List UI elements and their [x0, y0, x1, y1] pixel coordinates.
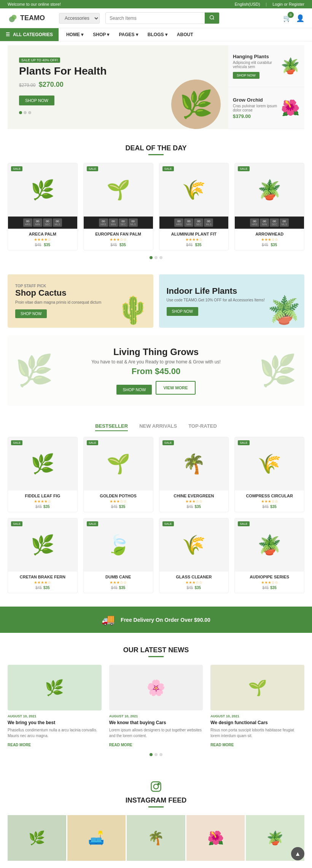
news-card-2-read-more[interactable]: READ MORE — [109, 743, 132, 747]
deal-product-3-stars: ★★★★☆ — [162, 237, 226, 242]
bs-product-2-img: SALE 🌱 — [84, 437, 153, 491]
deal-product-2-name: EUROPEAN FAN PALM — [87, 232, 150, 236]
instagram-item-3[interactable]: 🌴 — [127, 815, 185, 861]
svg-line-3 — [213, 19, 214, 20]
bs-product-1-info: FIDDLE LEAF FIG ★★★★☆ $45$35 — [8, 491, 77, 512]
hero-side: Hanging Plants Adipiscing elit curabitur… — [228, 45, 304, 129]
sale-badge-2: SALE — [87, 166, 98, 171]
logo-icon — [8, 13, 18, 24]
tab-new-arrivals[interactable]: NEW ARRIVALS — [139, 423, 177, 431]
deal-dot-1[interactable] — [150, 256, 153, 259]
bs-product-4: SALE 🌾 COMPRESS CIRCULAR ★★★☆☆ $45$35 — [234, 437, 304, 512]
hero-dot-3[interactable] — [28, 111, 31, 114]
logo-text: TEAMO — [20, 14, 45, 22]
news-card-2-desc: Lorem ipsum allows designers to put toge… — [109, 727, 203, 739]
deal-product-4: SALE 🪴 00HRS 00MIN 00SEC 00MLS ARROWHEAD… — [234, 163, 304, 250]
full-banner-price-value: $45.00 — [155, 366, 180, 376]
deal-dot-2[interactable] — [154, 256, 158, 259]
instagram-item-2[interactable]: 🛋️ — [67, 815, 126, 861]
promo-cactus-btn[interactable]: SHOP NOW — [15, 309, 47, 318]
promo-cactus-plant: 🌵 — [116, 295, 150, 326]
countdown-4: 00HRS 00MIN 00SEC 00MLS — [235, 217, 304, 229]
hero-new-price: $270.00 — [39, 81, 64, 88]
side1-desc: Adipiscing elit curabitur vehicula sem — [233, 61, 281, 69]
full-banner-shop-btn[interactable]: SHOP NOW — [116, 385, 152, 395]
deal-product-1-stars: ★★★★☆ — [11, 237, 74, 242]
cart-icon[interactable]: 🛒 0 — [283, 14, 291, 22]
hero-side-item-1: Hanging Plants Adipiscing elit curabitur… — [228, 45, 304, 87]
news-card-3-desc: Risus non porta suscipit lobortis habita… — [210, 727, 304, 739]
hero-main: SALE UP TO 40% OFF! Plants For Health $2… — [8, 45, 228, 129]
deal-product-3-img: SALE 🌾 — [159, 163, 229, 217]
nav-blogs[interactable]: BLOGS ▾ — [144, 28, 171, 41]
hero-badge: SALE UP TO 40% OFF! — [19, 57, 60, 63]
search-input[interactable] — [106, 13, 205, 24]
full-banner: 🌿🌿 Living Thing Grows You have to eat & … — [8, 335, 304, 406]
full-banner-view-btn[interactable]: VIEW MORE — [156, 381, 195, 395]
deal-dot-3[interactable] — [159, 256, 162, 259]
news-card-3-date: AUGUST 10, 2021 — [210, 714, 304, 718]
bs-product-7: SALE 🌾 GLASS CLEANER ★★★☆☆ $45$35 — [159, 518, 229, 593]
nav-shop[interactable]: SHOP ▾ — [89, 28, 113, 41]
news-grid: 🌿 AUGUST 10, 2021 We bring you the best … — [8, 665, 304, 747]
instagram-item-1[interactable]: 🌿 — [8, 815, 66, 861]
promo-indoor-desc: Use code TEAMO.Get 10% OFF for all Acces… — [167, 298, 265, 302]
language-selector[interactable]: English(USD) — [235, 2, 260, 6]
all-categories-btn[interactable]: ☰ ALL CATEGORIES — [0, 28, 59, 41]
accessories-dropdown[interactable]: Accessories — [59, 13, 100, 24]
promo-indoor-title: Indoor Life Plants — [167, 286, 265, 296]
bs-product-8-info: AUDIOPIPE SERIES ★★★☆☆ $45$35 — [235, 572, 304, 593]
search-button[interactable] — [205, 13, 219, 24]
svg-point-5 — [154, 784, 159, 789]
promo-banner-indoor: Indoor Life Plants Use code TEAMO.Get 10… — [159, 274, 305, 328]
nav-pages[interactable]: PAGES ▾ — [115, 28, 142, 41]
back-to-top-btn[interactable]: ▲ — [291, 847, 304, 860]
hero-old-price: $279.00 — [19, 83, 35, 88]
bs-product-1-img: SALE 🌿 — [8, 437, 77, 491]
countdown-3: 00HRS 00MIN 00SEC 00MLS — [159, 217, 229, 229]
promo-cactus-title: Shop Cactus — [15, 288, 101, 298]
news-dot-2[interactable] — [154, 753, 158, 756]
hero-plant-visual: 🌿 — [171, 80, 221, 129]
deal-title: DEAL OF THE DAY — [8, 144, 304, 152]
bs-product-3-info: CHINE EVERGREEN ★★★☆☆ $45$35 — [159, 491, 229, 512]
login-register[interactable]: Login or Register — [272, 2, 304, 6]
bs-product-5-info: CRETAN BRAKE FERN ★★★★☆ $45$35 — [8, 572, 77, 593]
deal-product-1-info: ARECA PALM ★★★★☆ $45 $35 — [8, 229, 77, 250]
side1-btn[interactable]: SHOP NOW — [233, 72, 259, 79]
deal-product-4-img: SALE 🪴 — [235, 163, 304, 217]
instagram-item-4[interactable]: 🌺 — [186, 815, 245, 861]
deal-product-grid: SALE 🌿 00HRS 00MIN 00SEC 00MLS ARECA PAL… — [8, 163, 304, 250]
countdown-1: 00HRS 00MIN 00SEC 00MLS — [8, 217, 77, 229]
deal-product-1-name: ARECA PALM — [11, 232, 74, 236]
side2-desc: Cras pulvinar lorem ipsum dolor conse — [233, 104, 281, 112]
nav-links: HOME ▾ SHOP ▾ PAGES ▾ BLOGS ▾ ABOUT — [59, 28, 201, 41]
header-icons: 🛒 0 👤 — [283, 14, 304, 22]
user-icon[interactable]: 👤 — [296, 14, 304, 22]
news-card-3-read-more[interactable]: READ MORE — [210, 743, 234, 747]
nav-home[interactable]: HOME ▾ — [62, 28, 87, 41]
nav-about[interactable]: ABOUT — [173, 28, 197, 41]
deal-product-3-info: ALUMINUM PLANT FIT ★★★★☆ $45 $35 — [159, 229, 229, 250]
countdown-hrs: 00HRS — [23, 218, 32, 227]
hero-dot-2[interactable] — [24, 111, 27, 114]
hero-dot-1[interactable] — [19, 111, 22, 114]
news-dot-3[interactable] — [159, 753, 162, 756]
deal-product-4-prices: $45 $35 — [238, 243, 301, 247]
instagram-title: INSTAGRAM FEED — [8, 796, 304, 804]
tab-top-rated[interactable]: TOP-RATED — [188, 423, 217, 431]
product-emoji-3: 🌾 — [182, 179, 205, 201]
full-banner-price: From $45.00 — [19, 366, 293, 376]
logo[interactable]: TEAMO — [8, 13, 53, 24]
news-card-2: 🌸 AUGUST 10, 2021 We know that buying Ca… — [109, 665, 203, 747]
tab-bestseller[interactable]: BESTSELLER — [95, 423, 128, 431]
countdown-2: 00HRS 00MIN 00SEC 00MLS — [84, 217, 153, 229]
promo-indoor-btn[interactable]: SHOP NOW — [167, 307, 198, 316]
news-dot-1[interactable] — [150, 753, 153, 756]
news-card-2-date: AUGUST 10, 2021 — [109, 714, 203, 718]
bs-product-7-info: GLASS CLEANER ★★★☆☆ $45$35 — [159, 572, 229, 593]
news-card-1-read-more[interactable]: READ MORE — [8, 743, 31, 747]
hero-shop-btn[interactable]: SHOP NOW — [19, 96, 54, 105]
deal-carousel-dots — [8, 256, 304, 259]
deal-product-3: SALE 🌾 00HRS 00MIN 00SEC 00MLS ALUMINUM … — [159, 163, 229, 250]
